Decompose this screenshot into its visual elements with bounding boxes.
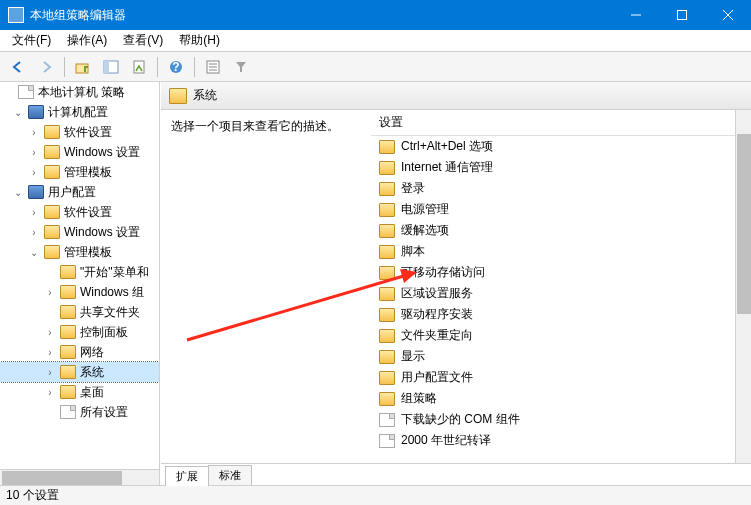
tree-shared-folders[interactable]: › 共享文件夹 (0, 302, 159, 322)
tab-standard[interactable]: 标准 (208, 465, 252, 485)
menu-file[interactable]: 文件(F) (4, 30, 59, 51)
list-item[interactable]: 组策略 (371, 388, 751, 409)
menu-view[interactable]: 查看(V) (115, 30, 171, 51)
tree-all-settings[interactable]: › 所有设置 (0, 402, 159, 422)
tree-toggle-icon[interactable]: › (44, 347, 56, 358)
folder-icon (379, 350, 395, 364)
tree-uc-software[interactable]: › 软件设置 (0, 202, 159, 222)
close-button[interactable] (705, 0, 751, 30)
show-tree-button[interactable] (99, 55, 123, 79)
tree-root[interactable]: ▸ 本地计算机 策略 (0, 82, 159, 102)
app-icon (8, 7, 24, 23)
content-body: 选择一个项目来查看它的描述。 设置 Ctrl+Alt+Del 选项Interne… (161, 110, 751, 463)
content-vertical-scrollbar[interactable] (735, 110, 751, 463)
tree-toggle-icon[interactable]: ⌄ (28, 247, 40, 258)
tree-toggle-icon[interactable]: ⌄ (12, 187, 24, 198)
tree-windows-comp[interactable]: › Windows 组 (0, 282, 159, 302)
list-item[interactable]: 显示 (371, 346, 751, 367)
tree-label: 本地计算机 策略 (38, 84, 125, 101)
description-column: 选择一个项目来查看它的描述。 (161, 110, 371, 463)
list-item[interactable]: Ctrl+Alt+Del 选项 (371, 136, 751, 157)
list-item[interactable]: 用户配置文件 (371, 367, 751, 388)
folder-icon (379, 392, 395, 406)
tree-label: "开始"菜单和 (80, 264, 149, 281)
maximize-button[interactable] (659, 0, 705, 30)
tree-cc-admin[interactable]: › 管理模板 (0, 162, 159, 182)
tree-toggle-icon[interactable]: › (28, 127, 40, 138)
minimize-button[interactable] (613, 0, 659, 30)
tree-view[interactable]: ▸ 本地计算机 策略 ⌄ 计算机配置 › 软件设置 › Windows 设置 › (0, 82, 159, 469)
list-item[interactable]: 缓解选项 (371, 220, 751, 241)
tabstrip: 扩展 标准 (161, 463, 751, 485)
folder-icon (379, 161, 395, 175)
export-button[interactable] (127, 55, 151, 79)
tree-toggle-icon[interactable]: › (28, 207, 40, 218)
tree-uc-admin[interactable]: ⌄ 管理模板 (0, 242, 159, 262)
tree-toggle-icon[interactable]: › (44, 327, 56, 338)
list-item-label: 文件夹重定向 (401, 327, 473, 344)
list-item-label: 电源管理 (401, 201, 449, 218)
tree-label: 桌面 (80, 384, 104, 401)
tree-label: 软件设置 (64, 204, 112, 221)
list-item[interactable]: 可移动存储访问 (371, 262, 751, 283)
menubar: 文件(F) 操作(A) 查看(V) 帮助(H) (0, 30, 751, 52)
tree-label: 系统 (80, 364, 104, 381)
tree-toggle-icon[interactable]: › (44, 287, 56, 298)
settings-list[interactable]: 设置 Ctrl+Alt+Del 选项Internet 通信管理登录电源管理缓解选… (371, 110, 751, 463)
list-item[interactable]: 驱动程序安装 (371, 304, 751, 325)
tree-label: 管理模板 (64, 244, 112, 261)
folder-icon (44, 125, 60, 139)
scrollbar-thumb[interactable] (2, 471, 122, 485)
tree-control-panel[interactable]: › 控制面板 (0, 322, 159, 342)
menu-help[interactable]: 帮助(H) (171, 30, 228, 51)
tree-uc-windows[interactable]: › Windows 设置 (0, 222, 159, 242)
tree-toggle-icon[interactable]: › (44, 367, 56, 378)
tree-cc-windows[interactable]: › Windows 设置 (0, 142, 159, 162)
forward-button[interactable] (34, 55, 58, 79)
list-item-label: 脚本 (401, 243, 425, 260)
tree-toggle-icon[interactable]: ⌄ (12, 107, 24, 118)
window-controls (613, 0, 751, 30)
tree-horizontal-scrollbar[interactable] (0, 469, 159, 485)
back-button[interactable] (6, 55, 30, 79)
tree-toggle-icon[interactable]: › (28, 227, 40, 238)
list-item[interactable]: 脚本 (371, 241, 751, 262)
folder-icon (379, 266, 395, 280)
scrollbar-thumb[interactable] (737, 134, 751, 314)
folder-icon (379, 245, 395, 259)
properties-button[interactable] (201, 55, 225, 79)
tab-extended[interactable]: 扩展 (165, 466, 209, 486)
list-item[interactable]: 登录 (371, 178, 751, 199)
tree-toggle-icon[interactable]: › (28, 167, 40, 178)
list-item[interactable]: 2000 年世纪转译 (371, 430, 751, 451)
tree-desktop[interactable]: › 桌面 (0, 382, 159, 402)
folder-icon (44, 165, 60, 179)
tree-user-config[interactable]: ⌄ 用户配置 (0, 182, 159, 202)
list-item-label: 显示 (401, 348, 425, 365)
tree-start-menu[interactable]: › "开始"菜单和 (0, 262, 159, 282)
list-item[interactable]: 下载缺少的 COM 组件 (371, 409, 751, 430)
tree-computer-config[interactable]: ⌄ 计算机配置 (0, 102, 159, 122)
menu-action[interactable]: 操作(A) (59, 30, 115, 51)
page-icon (379, 413, 395, 427)
list-item[interactable]: 区域设置服务 (371, 283, 751, 304)
tree-label: 网络 (80, 344, 104, 361)
folder-icon (379, 224, 395, 238)
folder-icon (44, 145, 60, 159)
tree-cc-software[interactable]: › 软件设置 (0, 122, 159, 142)
toolbar-separator (194, 57, 195, 77)
help-button[interactable]: ? (164, 55, 188, 79)
svg-rect-1 (678, 11, 687, 20)
filter-button[interactable] (229, 55, 253, 79)
tree-toggle-icon[interactable]: › (28, 147, 40, 158)
column-header-settings[interactable]: 设置 (371, 110, 751, 136)
folder-icon (60, 285, 76, 299)
list-item[interactable]: Internet 通信管理 (371, 157, 751, 178)
tree-toggle-icon[interactable]: › (44, 387, 56, 398)
tree-system[interactable]: › 系统 (0, 362, 159, 382)
list-item[interactable]: 电源管理 (371, 199, 751, 220)
up-button[interactable] (71, 55, 95, 79)
list-item[interactable]: 文件夹重定向 (371, 325, 751, 346)
folder-icon (379, 329, 395, 343)
tree-network[interactable]: › 网络 (0, 342, 159, 362)
